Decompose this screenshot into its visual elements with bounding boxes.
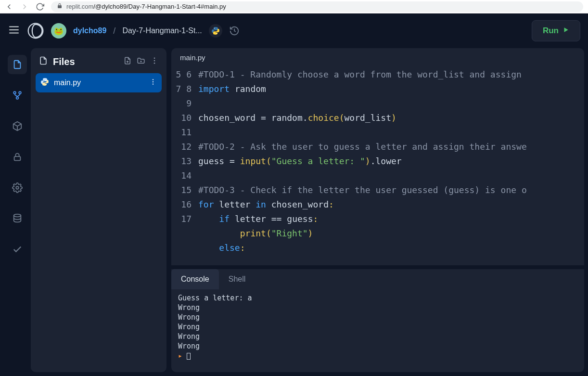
terminal-card: Console Shell Guess a letter: a Wrong Wr… [171,269,584,372]
forward-button[interactable] [20,2,29,11]
svg-point-4 [214,28,214,28]
rail-secrets[interactable] [8,147,27,167]
svg-point-19 [154,63,155,64]
username-link[interactable]: dylcho89 [73,26,106,35]
line-gutter: 5 6 7 8 9 10 11 12 13 14 15 16 17 [171,67,198,265]
svg-point-20 [153,79,153,80]
svg-point-12 [14,214,21,217]
files-more-button[interactable] [150,56,159,67]
play-icon [562,26,569,36]
run-button[interactable]: Run [532,20,580,41]
svg-rect-10 [14,156,21,160]
breadcrumb-sep: / [113,26,115,36]
files-title: Files [53,56,118,67]
file-item-main[interactable]: main.py [36,73,162,92]
rail-version-control[interactable] [8,86,27,105]
avatar[interactable]: 🐸 [51,23,66,39]
run-label: Run [543,26,559,36]
tab-console[interactable]: Console [171,269,219,289]
rail-database[interactable] [8,209,27,228]
svg-point-11 [16,186,19,189]
editor-tab-main[interactable]: main.py [171,48,214,67]
rail-settings[interactable] [8,178,27,197]
svg-point-3 [28,24,43,39]
files-icon [38,56,48,67]
terminal-output[interactable]: Guess a letter: a Wrong Wrong Wrong Wron… [171,289,584,372]
code-content: #TODO-1 - Randomly choose a word from th… [198,67,584,265]
code-editor[interactable]: 5 6 7 8 9 10 11 12 13 14 15 16 17 #TODO-… [171,67,584,265]
replit-app: 🐸 dylcho89 / Day-7-Hangman-1-St... Run [0,13,588,376]
language-badge[interactable] [209,24,222,38]
rail-unit-tests[interactable] [8,240,27,259]
svg-point-9 [16,97,19,99]
svg-point-17 [154,57,155,59]
project-name[interactable]: Day-7-Hangman-1-St... [122,26,202,35]
url-bar[interactable]: replit.com/@dylcho89/Day-7-Hangman-1-Sta… [51,1,583,12]
side-rail [4,48,31,372]
tab-shell[interactable]: Shell [219,269,256,289]
python-file-icon [40,78,49,88]
svg-point-5 [217,33,217,34]
svg-point-7 [13,91,16,94]
svg-point-18 [154,60,155,62]
rail-files[interactable] [8,55,27,74]
app-header: 🐸 dylcho89 / Day-7-Hangman-1-St... Run [0,13,588,48]
browser-chrome: replit.com/@dylcho89/Day-7-Hangman-1-Sta… [0,0,588,13]
editor-card: main.py 5 6 7 8 9 10 11 12 13 14 15 16 1… [171,48,584,265]
back-button[interactable] [5,2,13,11]
new-file-button[interactable] [123,56,132,67]
svg-point-21 [153,81,153,82]
new-folder-button[interactable] [137,56,145,67]
file-more-button[interactable] [149,78,157,88]
svg-point-8 [19,91,21,94]
rail-packages[interactable] [8,117,27,136]
editor-tab-label: main.py [180,53,205,62]
file-item-label: main.py [54,78,81,87]
svg-point-22 [153,83,153,84]
url-text: replit.com/@dylcho89/Day-7-Hangman-1-Sta… [66,3,226,10]
lock-icon [57,3,63,10]
menu-button[interactable] [8,24,20,38]
reload-button[interactable] [36,2,44,11]
files-panel: Files main.py [31,48,166,372]
history-button[interactable] [229,26,240,36]
svg-marker-6 [564,27,568,32]
replit-logo[interactable] [27,22,44,39]
